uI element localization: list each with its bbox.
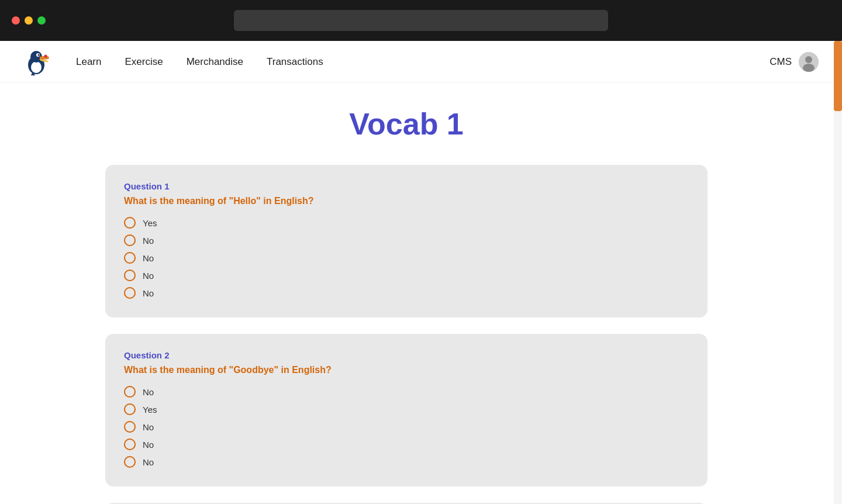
option-item-1-4: No [124, 270, 689, 281]
nav-link-exercise[interactable]: Exercise [125, 56, 163, 67]
radio-1-5[interactable] [124, 287, 136, 299]
nav-link-transactions[interactable]: Transactions [267, 56, 323, 67]
radio-2-1[interactable] [124, 386, 136, 398]
question-label-1: Question 1 [124, 181, 689, 191]
avatar[interactable] [799, 52, 819, 72]
question-text-2: What is the meaning of "Goodbye" in Engl… [124, 365, 689, 375]
question-text-1: What is the meaning of "Hello" in Englis… [124, 196, 689, 206]
nav-right: CMS [769, 52, 819, 72]
page-title: Vocab 1 [105, 106, 708, 141]
nav-links: Learn Exercise Merchandise Transactions [76, 56, 323, 68]
traffic-lights [12, 16, 46, 25]
option-label-1-3: No [143, 253, 154, 263]
option-item-2-5: No [124, 456, 689, 468]
option-label-2-3: No [143, 422, 154, 432]
option-item-2-4: No [124, 439, 689, 450]
title-bar [0, 0, 842, 41]
question-card-1: Question 1What is the meaning of "Hello"… [105, 165, 708, 317]
logo[interactable] [23, 47, 53, 77]
questions-container: Question 1What is the meaning of "Hello"… [105, 165, 708, 504]
nav-item-transactions[interactable]: Transactions [267, 56, 323, 68]
radio-1-3[interactable] [124, 252, 136, 264]
nav-item-merchandise[interactable]: Merchandise [187, 56, 243, 68]
option-label-2-1: No [143, 387, 154, 397]
scrollbar-thumb[interactable] [834, 41, 842, 111]
cms-label[interactable]: CMS [769, 56, 792, 68]
scrollbar-track[interactable] [834, 41, 842, 504]
minimize-button[interactable] [25, 16, 33, 25]
close-button[interactable] [12, 16, 20, 25]
logo-icon [23, 47, 53, 77]
navbar: Learn Exercise Merchandise Transactions … [0, 41, 842, 83]
nav-item-exercise[interactable]: Exercise [125, 56, 163, 68]
options-list-2: NoYesNoNoNo [124, 386, 689, 468]
option-item-1-1: Yes [124, 217, 689, 229]
svg-point-4 [38, 54, 40, 56]
svg-point-7 [805, 56, 812, 63]
radio-2-2[interactable] [124, 403, 136, 415]
option-label-1-1: Yes [143, 218, 157, 228]
option-item-1-3: No [124, 252, 689, 264]
svg-point-1 [31, 61, 42, 73]
radio-2-4[interactable] [124, 439, 136, 450]
option-label-1-5: No [143, 288, 154, 298]
options-list-1: YesNoNoNoNo [124, 217, 689, 299]
question-label-2: Question 2 [124, 350, 689, 360]
radio-2-3[interactable] [124, 421, 136, 433]
nav-item-learn[interactable]: Learn [76, 56, 101, 68]
user-icon [799, 52, 819, 72]
nav-link-merchandise[interactable]: Merchandise [187, 56, 243, 67]
radio-1-1[interactable] [124, 217, 136, 229]
option-item-1-2: No [124, 234, 689, 246]
maximize-button[interactable] [37, 16, 46, 25]
question-card-2: Question 2What is the meaning of "Goodby… [105, 334, 708, 486]
option-label-1-2: No [143, 236, 154, 246]
option-item-2-3: No [124, 421, 689, 433]
option-label-2-4: No [143, 440, 154, 450]
option-label-1-4: No [143, 271, 154, 281]
option-item-1-5: No [124, 287, 689, 299]
option-item-2-1: No [124, 386, 689, 398]
svg-point-5 [44, 54, 47, 57]
radio-1-4[interactable] [124, 270, 136, 281]
option-item-2-2: Yes [124, 403, 689, 415]
radio-2-5[interactable] [124, 456, 136, 468]
nav-link-learn[interactable]: Learn [76, 56, 101, 67]
main-content: Vocab 1 Question 1What is the meaning of… [0, 83, 813, 504]
radio-1-2[interactable] [124, 234, 136, 246]
address-bar[interactable] [234, 10, 608, 31]
option-label-2-2: Yes [143, 405, 157, 415]
option-label-2-5: No [143, 457, 154, 467]
svg-point-8 [803, 64, 815, 72]
